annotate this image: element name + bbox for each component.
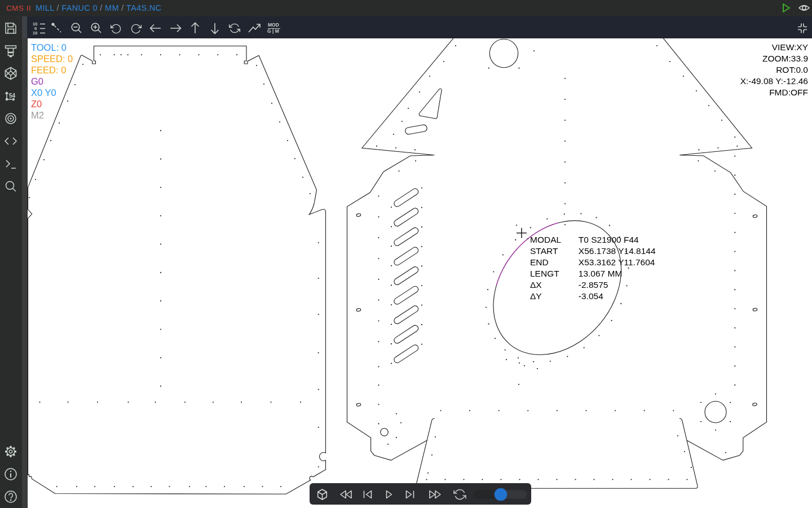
svg-text:ΔY: ΔY <box>530 291 542 301</box>
svg-text:START: START <box>530 246 558 256</box>
svg-text:VIEW:XY: VIEW:XY <box>772 42 808 52</box>
svg-text:Z0: Z0 <box>31 99 42 109</box>
svg-text:SPEED: 0: SPEED: 0 <box>31 54 73 64</box>
svg-text:FMD:OFF: FMD:OFF <box>769 87 808 97</box>
svg-text:-2.8575: -2.8575 <box>579 280 608 290</box>
svg-text:M2: M2 <box>31 110 44 120</box>
svg-text:FEED: 0: FEED: 0 <box>31 65 66 75</box>
svg-text:10: 10 <box>33 30 37 36</box>
svg-text:ZOOM:33.9: ZOOM:33.9 <box>762 54 808 63</box>
svg-text:X56.1738 Y14.8144: X56.1738 Y14.8144 <box>579 246 656 256</box>
svg-text:X:-49.08 Y:-12.46: X:-49.08 Y:-12.46 <box>740 76 808 86</box>
svg-text:TOOL: 0: TOOL: 0 <box>31 42 67 52</box>
svg-text:13.067 MM: 13.067 MM <box>579 269 623 278</box>
svg-text:54: 54 <box>9 93 16 99</box>
svg-text:T0 S21900 F44: T0 S21900 F44 <box>579 235 639 244</box>
svg-text:-3.054: -3.054 <box>579 291 603 301</box>
svg-text:LENGT: LENGT <box>530 269 559 278</box>
svg-text:ΔX: ΔX <box>530 280 542 290</box>
svg-text:X0 Y0: X0 Y0 <box>31 87 56 98</box>
svg-text:G | M: G | M <box>267 28 279 34</box>
svg-text:MODAL: MODAL <box>530 235 562 244</box>
svg-text:MOD: MOD <box>268 22 279 28</box>
svg-text:ROT:0.0: ROT:0.0 <box>776 65 808 75</box>
svg-text:X53.3162 Y11.7604: X53.3162 Y11.7604 <box>579 257 655 267</box>
svg-text:END: END <box>530 257 549 267</box>
svg-text:G0: G0 <box>31 76 43 86</box>
